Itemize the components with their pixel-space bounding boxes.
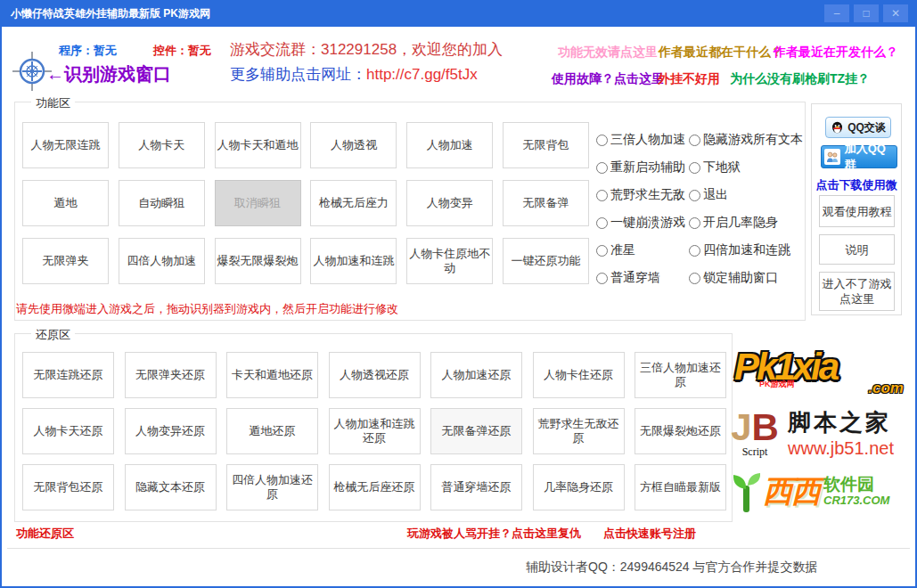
restore-button[interactable]: 无限备弹还原 [430, 408, 522, 454]
radio-option[interactable]: 重新启动辅助 [596, 159, 685, 176]
url-prefix-label: 更多辅助点击网址： [230, 66, 366, 83]
restore-area-footer-label: 功能还原区 [16, 526, 74, 542]
restore-button[interactable]: 隐藏文本还原 [125, 464, 217, 510]
function-button[interactable]: 枪械无后座力 [310, 180, 397, 226]
radio-circle-icon [596, 245, 608, 257]
maximize-button[interactable]: □ [854, 4, 879, 22]
radio-circle-icon [596, 162, 608, 174]
restore-button-grid: 无限连跳还原 无限弹夹还原 卡天和遁地还原 人物透视还原 人物加速还原 人物卡住… [22, 352, 726, 510]
function-button-grid: 人物无限连跳 人物卡天 人物卡天和遁地 人物透视 人物加速 无限背包 遁地 自动… [22, 122, 589, 284]
link-why-no-gun-hack[interactable]: 为什么没有刷枪刷TZ挂？ [730, 71, 870, 87]
close-button[interactable]: ✕ [883, 4, 908, 22]
radio-option[interactable]: 荒野求生无敌 [596, 186, 685, 204]
restore-button[interactable]: 遁地还原 [226, 408, 318, 454]
restore-button[interactable]: 无限背包还原 [22, 464, 114, 510]
radio-option[interactable]: 开启几率隐身 [689, 214, 803, 232]
restore-button[interactable]: 三倍人物加速还原 [635, 352, 726, 398]
function-button[interactable]: 无限背包 [503, 122, 589, 168]
radio-option[interactable]: 一键崩溃游戏 [596, 214, 685, 232]
function-area-group: 功能区 人物无限连跳 人物卡天 人物卡天和遁地 人物透视 人物加速 无限背包 遁… [14, 102, 806, 321]
function-button[interactable]: 四倍人物加速 [119, 238, 205, 284]
join-qq-group-button[interactable]: 加入QQ群 [821, 145, 897, 168]
radio-column-left: 三倍人物加速 重新启动辅助 荒野求生无敌 一键崩溃游戏 准星 普通穿墙 [596, 131, 685, 287]
radio-circle-icon [689, 135, 700, 146]
function-button[interactable]: 人物卡住原地不动 [406, 238, 493, 284]
radio-circle-icon [689, 273, 700, 284]
link-usage-fault[interactable]: 使用故障？点击这里 [552, 71, 664, 87]
restore-button[interactable]: 荒野求生无敌还原 [533, 408, 625, 454]
qq-chat-button[interactable]: QQ交谈 [825, 117, 891, 138]
radio-option[interactable]: 准星 [596, 241, 685, 259]
revenge-link[interactable]: 玩游戏被人骂开挂？点击这里复仇 [407, 526, 581, 542]
quick-register-link[interactable]: 点击快速账号注册 [603, 526, 696, 542]
link-function-invalid[interactable]: 功能无效请点这里 [558, 45, 658, 61]
function-button[interactable]: 遁地 [22, 180, 109, 226]
function-button[interactable]: 无限弹夹 [22, 238, 109, 284]
restore-button[interactable]: 人物卡天还原 [22, 408, 114, 454]
link-not-working[interactable]: 外挂不好用 [658, 71, 720, 87]
assist-url-link[interactable]: http://c7.gg/f5tJx [366, 66, 478, 83]
app-window: 小懒仔特战英雄外挂辅助最新版 PK游戏网 – □ ✕ 程序：暂无 控件：暂无 ←… [0, 0, 917, 588]
restore-area-group: 还原区 无限连跳还原 无限弹夹还原 卡天和遁地还原 人物透视还原 人物加速还原 … [14, 333, 733, 522]
cant-enter-game-button[interactable]: 进入不了游戏点这里 [819, 272, 895, 311]
link-author-developing[interactable]: 作者最近在开发什么？ [774, 45, 898, 61]
function-button[interactable]: 人物加速和连跳 [310, 238, 397, 284]
function-button[interactable]: 人物无限连跳 [22, 122, 109, 168]
usage-instruction-note: 请先使用微端进入游戏之后，拖动识别器到游戏内，然后开启功能进行修改 [16, 301, 398, 317]
restore-button[interactable]: 卡天和遁地还原 [226, 352, 318, 398]
identify-window-label: ←识别游戏窗口 [46, 62, 171, 86]
function-button[interactable]: 人物卡天和遁地 [215, 122, 301, 168]
jb51-logo[interactable]: JB Script 脚本之家 www.jb51.net [729, 404, 907, 461]
restore-button[interactable]: 人物变异还原 [125, 408, 217, 454]
function-button-disabled: 取消瞬狙 [215, 180, 301, 226]
xixi-software-logo[interactable]: 西西 软件园 CR173.COM [731, 465, 909, 519]
function-button[interactable]: 人物加速 [406, 122, 493, 168]
radio-option[interactable]: 普通穿墙 [596, 269, 685, 287]
instructions-button[interactable]: 说明 [819, 234, 895, 265]
radio-option[interactable]: 下地狱 [689, 159, 803, 176]
function-button[interactable]: 一键还原功能 [503, 238, 589, 284]
restore-button[interactable]: 无限爆裂炮还原 [635, 408, 726, 454]
function-button[interactable]: 人物卡天 [119, 122, 205, 168]
restore-button[interactable]: 方框自瞄最新版 [635, 464, 726, 510]
window-controls: – □ ✕ [824, 4, 908, 22]
window-title: 小懒仔特战英雄外挂辅助最新版 PK游戏网 [11, 0, 210, 27]
function-button[interactable]: 人物透视 [310, 122, 397, 168]
restore-button[interactable]: 无限连跳还原 [22, 352, 114, 398]
pk1xia-logo[interactable]: Pk1xia PK游戏网 .com [734, 346, 904, 397]
function-area-title: 功能区 [31, 95, 75, 111]
minimize-button[interactable]: – [824, 4, 849, 22]
restore-button[interactable]: 无限弹夹还原 [125, 352, 217, 398]
restore-button[interactable]: 枪械无后座还原 [329, 464, 421, 510]
radio-circle-icon [689, 245, 700, 257]
watch-tutorial-button[interactable]: 观看使用教程 [819, 195, 895, 227]
qq-penguin-icon [831, 121, 844, 135]
radio-circle-icon [689, 217, 700, 229]
function-button[interactable]: 人物变异 [406, 180, 493, 226]
radio-option[interactable]: 退出 [689, 186, 803, 204]
function-button[interactable]: 自动瞬狙 [119, 180, 205, 226]
radio-circle-icon [596, 190, 608, 201]
restore-area-title: 还原区 [31, 327, 75, 343]
radio-option[interactable]: 三倍人物加速 [596, 131, 685, 149]
more-assist-line: 更多辅助点击网址：http://c7.gg/f5tJx [230, 64, 478, 85]
restore-button[interactable]: 普通穿墙还原 [430, 464, 522, 510]
radio-option[interactable]: 锁定辅助窗口 [689, 269, 803, 287]
qq-group-people-icon [824, 149, 840, 165]
restore-button[interactable]: 几率隐身还原 [533, 464, 625, 510]
radio-option[interactable]: 隐藏游戏所有文本 [689, 131, 803, 149]
radio-circle-icon [596, 273, 608, 284]
restore-button[interactable]: 人物透视还原 [329, 352, 421, 398]
designer-qq-text: 辅助设计者QQ：2499464524 与官方合作并提交数据 [526, 559, 818, 576]
function-button[interactable]: 爆裂无限爆裂炮 [215, 238, 301, 284]
program-status: 程序：暂无 [59, 43, 117, 59]
jb-script-icon: JB Script [729, 409, 781, 457]
restore-button[interactable]: 人物加速和连跳还原 [329, 408, 421, 454]
qq-group-number-text: 游戏交流群：312291258，欢迎您的加入 [230, 39, 503, 60]
link-author-doing[interactable]: 作者最近都在干什么？ [659, 45, 783, 61]
restore-button[interactable]: 人物卡住还原 [533, 352, 625, 398]
radio-option[interactable]: 四倍加速和连跳 [689, 241, 803, 259]
function-button[interactable]: 无限备弹 [503, 180, 589, 226]
restore-button[interactable]: 四倍人物加速还原 [226, 464, 318, 510]
restore-button[interactable]: 人物加速还原 [430, 352, 522, 398]
